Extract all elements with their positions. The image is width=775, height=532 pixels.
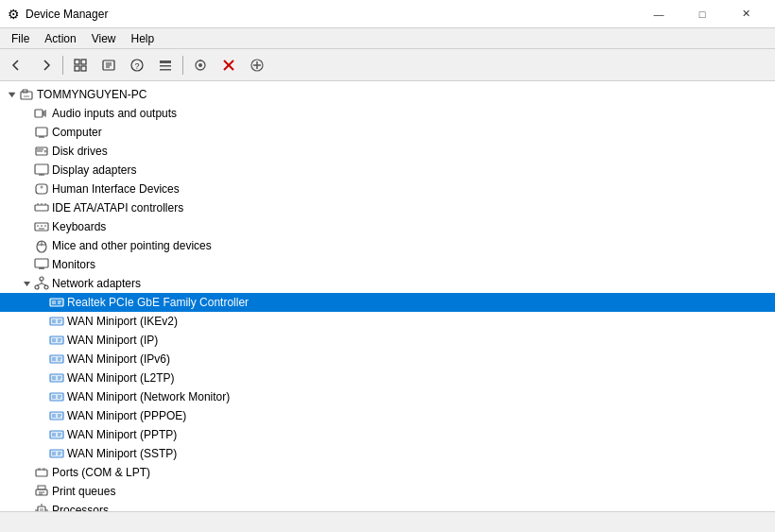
tree-node[interactable]: Ports (COM & LPT) xyxy=(0,463,775,482)
menu-help[interactable]: Help xyxy=(124,28,163,48)
svg-rect-86 xyxy=(52,395,56,399)
svg-rect-10 xyxy=(160,60,171,63)
svg-point-14 xyxy=(198,63,202,67)
close-button[interactable]: ✕ xyxy=(724,0,767,28)
minimize-button[interactable]: — xyxy=(637,0,680,28)
tree-node[interactable]: WAN Miniport (PPPOE) xyxy=(0,406,775,425)
toolbar-scan-button[interactable] xyxy=(187,53,214,77)
node-label: WAN Miniport (PPTP) xyxy=(67,428,177,441)
tree-node[interactable]: WAN Miniport (IKEv2) xyxy=(0,312,775,331)
tree-node[interactable]: Print queues xyxy=(0,482,775,501)
root-label: TOMMYNGUYEN-PC xyxy=(37,88,146,101)
expand-icon[interactable] xyxy=(19,163,34,178)
tree-node[interactable]: WAN Miniport (IPv6) xyxy=(0,350,775,369)
expand-icon[interactable] xyxy=(19,257,34,272)
svg-rect-91 xyxy=(52,414,56,418)
svg-rect-101 xyxy=(52,452,56,455)
node-label: Monitors xyxy=(52,258,95,271)
expand-icon[interactable] xyxy=(19,181,34,197)
toolbar-properties-button[interactable] xyxy=(95,53,122,77)
expand-icon[interactable] xyxy=(34,370,49,386)
svg-rect-96 xyxy=(52,433,56,437)
window-title: Device Manager xyxy=(26,8,108,21)
toolbar-show-hide-button[interactable] xyxy=(67,53,94,77)
svg-point-30 xyxy=(44,150,47,153)
node-label: WAN Miniport (IPv6) xyxy=(67,352,170,366)
tree-node[interactable]: WAN Miniport (IP) xyxy=(0,331,775,350)
toolbar-back-button[interactable] xyxy=(4,53,30,77)
tree-node[interactable]: WAN Miniport (L2TP) xyxy=(0,369,775,387)
expand-icon[interactable] xyxy=(19,144,34,159)
menu-file[interactable]: File xyxy=(4,28,37,48)
title-bar-left: ⚙ Device Manager xyxy=(8,7,108,22)
title-bar: ⚙ Device Manager — □ ✕ xyxy=(0,0,775,28)
expand-icon[interactable] xyxy=(34,446,49,461)
tree-node[interactable]: WAN Miniport (PPTP) xyxy=(0,425,775,444)
tree-node[interactable]: Computer xyxy=(0,123,775,142)
tree-node[interactable]: Mice and other pointing devices xyxy=(0,236,775,255)
node-label: WAN Miniport (L2TP) xyxy=(67,371,175,385)
expand-icon[interactable] xyxy=(19,465,34,480)
tree-node[interactable]: Realtek PCIe GbE Family Controller xyxy=(0,293,775,312)
svg-rect-38 xyxy=(35,205,48,211)
tree-node[interactable]: Audio inputs and outputs xyxy=(0,104,775,123)
expand-icon[interactable] xyxy=(34,389,49,404)
toolbar-add-button[interactable] xyxy=(244,53,270,77)
svg-rect-11 xyxy=(160,65,171,67)
disk-icon xyxy=(34,144,49,159)
svg-line-57 xyxy=(37,283,42,285)
expand-icon[interactable] xyxy=(34,333,49,348)
expand-icon[interactable] xyxy=(34,352,49,367)
tree-node[interactable]: Monitors xyxy=(0,255,775,274)
expand-icon[interactable] xyxy=(4,87,19,102)
node-label: Processors xyxy=(52,504,109,511)
tree-node[interactable]: Keyboards xyxy=(0,217,775,236)
menu-action[interactable]: Action xyxy=(37,28,83,48)
expand-icon[interactable] xyxy=(34,314,49,329)
node-label: Human Interface Devices xyxy=(52,182,180,196)
expand-icon[interactable] xyxy=(19,503,34,511)
tree-node[interactable]: Processors xyxy=(0,501,775,511)
maximize-button[interactable]: □ xyxy=(680,0,724,28)
svg-point-54 xyxy=(35,285,39,289)
svg-rect-33 xyxy=(35,164,48,174)
expand-icon[interactable] xyxy=(19,125,34,140)
expand-icon[interactable] xyxy=(34,295,49,310)
tree-node[interactable]: Disk drives xyxy=(0,142,775,161)
svg-rect-71 xyxy=(52,338,56,342)
toolbar-forward-button[interactable] xyxy=(32,53,59,77)
svg-rect-0 xyxy=(75,60,79,64)
tree-node[interactable]: WAN Miniport (Network Monitor) xyxy=(0,387,775,406)
ports-icon xyxy=(34,465,49,480)
tree-node[interactable]: Network adapters xyxy=(0,274,775,293)
device-tree[interactable]: TOMMYNGUYEN-PC Audio inputs and outputs … xyxy=(0,81,775,511)
menu-view[interactable]: View xyxy=(84,28,124,48)
tree-node[interactable]: IDE ATA/ATAPI controllers xyxy=(0,198,775,217)
svg-point-53 xyxy=(40,277,43,281)
expand-icon[interactable] xyxy=(19,276,34,291)
expand-icon[interactable] xyxy=(19,484,34,499)
tree-node[interactable]: Human Interface Devices xyxy=(0,180,775,198)
toolbar-view-button[interactable] xyxy=(152,53,179,77)
expand-icon[interactable] xyxy=(19,106,34,121)
expand-icon[interactable] xyxy=(19,238,34,253)
tree-node[interactable]: Display adapters xyxy=(0,161,775,180)
computer-icon xyxy=(34,125,49,140)
expand-icon[interactable] xyxy=(34,427,49,442)
app-icon: ⚙ xyxy=(8,7,20,22)
toolbar-help-button[interactable]: ? xyxy=(124,53,150,77)
node-label: WAN Miniport (IKEv2) xyxy=(67,315,178,328)
node-label: Keyboards xyxy=(52,220,106,233)
expand-icon[interactable] xyxy=(19,219,34,234)
tree-node[interactable]: WAN Miniport (SSTP) xyxy=(0,444,775,463)
menu-bar: File Action View Help xyxy=(0,28,775,49)
adapter-icon xyxy=(49,446,64,461)
toolbar-uninstall-button[interactable] xyxy=(215,53,242,77)
tree-root-node[interactable]: TOMMYNGUYEN-PC xyxy=(0,85,775,104)
svg-rect-50 xyxy=(35,259,48,267)
node-label: WAN Miniport (IP) xyxy=(67,334,158,347)
svg-rect-76 xyxy=(52,357,56,361)
expand-icon[interactable] xyxy=(19,200,34,215)
expand-icon[interactable] xyxy=(34,408,49,423)
svg-rect-105 xyxy=(38,468,41,471)
